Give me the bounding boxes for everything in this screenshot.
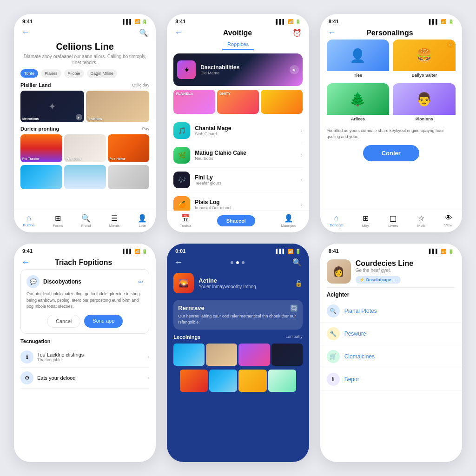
tab-tonte[interactable]: Tonte [20,69,38,78]
person-card-1[interactable]: 👤 Tiee [327,40,390,79]
list-item-4[interactable]: 🍊 Plsis Log Impoctal Our monol › [173,192,302,211]
tab-plaiers[interactable]: Plaiers [41,69,61,78]
thumb-5-6[interactable] [209,370,237,392]
thumb-5-2[interactable] [206,344,237,366]
person-card-3[interactable]: 🌲 Arlices [327,83,390,123]
mini-card-1[interactable]: FLANELA [173,90,215,114]
refresh-icon-5[interactable]: 🔄 [290,304,298,312]
thumb-5-3[interactable] [238,344,270,366]
chevron-right-icon-1: › [147,354,149,360]
thumb-5-4[interactable] [271,344,303,366]
clock-icon-2[interactable]: ⏰ [292,28,302,37]
thumb-5-1[interactable] [173,344,205,366]
search-icon-1[interactable]: 🔍 [139,28,148,37]
thumb-5-8[interactable] [268,370,296,392]
section-link-5[interactable]: Lon oatly [285,334,303,340]
thumb-5-5[interactable] [180,370,208,392]
phone-3: 8:41 ▌▌▌ 📶 🔋 ← Personalings 👤 Tiee 🍔 0 B… [320,14,462,232]
thumb-item-5[interactable]: Pue Home [108,134,150,162]
menu-item-6-1[interactable]: 🔍 Pianal Plotes [320,300,462,323]
nav-item-maunpos[interactable]: 👤 Maunpos [281,214,296,228]
dot-2 [236,261,239,264]
time-6: 8:41 [329,248,339,254]
list-item-2[interactable]: 🌿 Matiug Clahio Cake Neurbotrs › [173,143,302,168]
settings-item-2[interactable]: ⚙ Eats your delood › [20,368,149,389]
menu-icon-6-1: 🔍 [327,304,340,317]
profile-badge-6[interactable]: ⚡ Dosclofcape → [356,276,401,284]
tab-ropplces[interactable]: Ropplces [222,40,254,50]
calendar-icon-2: 📅 [181,214,190,223]
thumb-item-3[interactable]: Pic Tascior [20,134,62,162]
bottom-nav-2: 📅 Tuutda Shaecol 👤 Maunpos [167,211,309,232]
time-3: 8:41 [329,19,339,24]
list-name-3: Finl Ly [195,174,300,181]
thumb-item-7[interactable] [64,165,106,189]
person-card-2[interactable]: 🍔 0 Ballyo Salter [393,40,456,79]
nav-bar-4: ← Triach Fopitions [14,256,156,269]
nav-label-livers: Livers [388,224,398,228]
back-button-5[interactable]: ← [174,258,183,267]
list-item-3[interactable]: 🎶 Finl Ly Teeafer glours › [173,168,302,192]
status-icons-5: ▌▌▌ 📶 🔋 [276,249,300,254]
menu-item-6-4[interactable]: ℹ Bepor [320,368,462,391]
nav-item-search-1[interactable]: 🔍 Frond [81,214,91,228]
thumb-item-2[interactable]: Ionctions [86,91,150,122]
avatar-6: 👩 [327,259,351,284]
conler-button[interactable]: Conler [363,145,419,161]
nav-label-miry: Miry [362,224,369,228]
user-icon-1: 👤 [138,214,147,223]
person-card-4[interactable]: 👨 Plonions [393,83,456,123]
tab-dagin[interactable]: Dagin Mlline [87,69,118,78]
section-title-5: Lecolnings [173,334,200,340]
grid-icon-1: ⊞ [55,214,61,223]
back-button-4[interactable]: ← [21,258,30,267]
nav-item-menu-1[interactable]: ☰ Mienis [109,214,119,228]
nav-item-moik[interactable]: ☆ Moik [417,214,425,228]
nav-item-tuutda[interactable]: 📅 Tuutda [180,214,192,228]
cancel-button-4[interactable]: Cancel [47,315,80,328]
shaecol-button[interactable]: Shaecol [217,215,255,226]
nav-item-user-1[interactable]: 👤 Lote [138,214,147,228]
thumb-item-6[interactable] [20,165,62,189]
profile-name-6: Courdecies Line [356,259,413,268]
nav-item-grid-1[interactable]: ⊞ Forms [53,214,63,228]
back-button-1[interactable]: ← [21,28,30,38]
mini-card-3[interactable] [261,90,303,114]
person-name-2: Ballyo Salter [393,71,456,79]
thumb-item-8[interactable] [108,165,150,189]
thumb-item-1[interactable]: ✦ ▶ Meirotions [20,91,84,122]
status-icons-6: ▌▌▌ 📶 🔋 [429,249,454,254]
mini-card-2[interactable]: DNITY [217,90,259,114]
nav-item-view[interactable]: 👁 View [444,214,452,228]
menu-label-6-3: Clomalcines [344,353,375,360]
thumb-5-7[interactable] [238,370,266,392]
nav-item-home-1[interactable]: ⌂ Purtine [23,214,34,228]
featured-card-2[interactable]: ✦ Dascinabilities Die Mame » [173,53,302,86]
nav-label-grid-1: Forms [53,224,63,228]
back-button-2[interactable]: ← [174,28,183,38]
list-info-2: Matiug Clahio Cake Neurbotrs [195,150,300,161]
list-item-1[interactable]: 🎵 Chantal Mage Siob Glnard › [173,119,302,143]
category-tabs-1: Tonte Plaiers Pliopie Dagin Mlline [20,69,149,78]
settings-item-1[interactable]: ℹ Tou Lacklnc clistings Thathmgbbld › [20,347,149,368]
tab-pliopie[interactable]: Pliopie [64,69,84,78]
menu-item-6-3[interactable]: 🛒 Clomalcines [320,345,462,368]
featured-arrow-2[interactable]: » [290,65,299,74]
back-button-3[interactable]: ← [328,28,336,38]
thumb-grid-1: ✦ ▶ Meirotions Ionctions [20,91,149,122]
thumb-label-5: Pue Home [110,157,126,160]
layers-icon-3: ◫ [390,214,397,223]
badge-arrow-6: → [393,278,397,282]
menu-item-6-2[interactable]: 🔧 Peswure [320,323,462,345]
status-icons-1: ▌▌▌ 📶 🔋 [123,19,147,24]
nav-item-livers[interactable]: ◫ Livers [388,214,398,228]
list-name-1: Chantal Mage [195,125,300,132]
search-icon-5[interactable]: 🔍 [292,258,302,267]
nav-item-miry[interactable]: ⊞ Miry [362,214,369,228]
menu-label-6-4: Bepor [344,376,359,383]
save-button-4[interactable]: Sonu app [84,315,123,328]
nav-item-donage[interactable]: ⌂ Donage [330,214,343,228]
thumb-item-4[interactable]: Pric Guild [64,134,106,162]
progress-dots-5 [231,258,245,267]
settings-item-title-2: Eats your delood [37,375,147,381]
